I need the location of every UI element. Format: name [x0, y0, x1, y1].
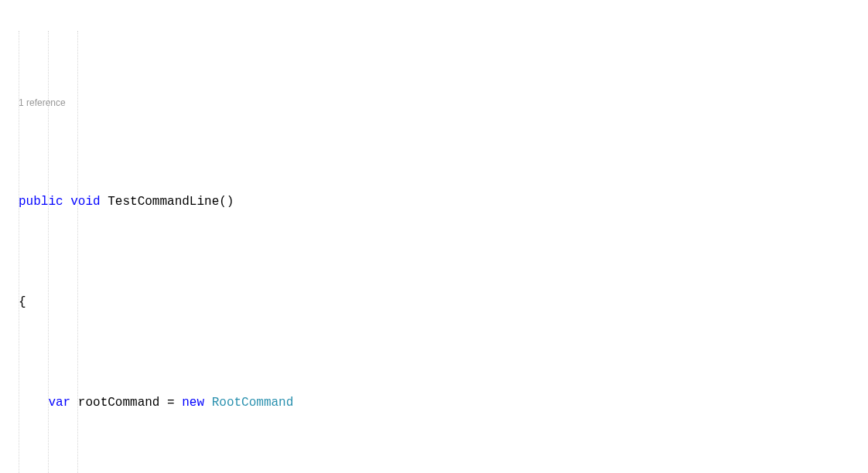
keyword-var: var: [48, 396, 70, 410]
code-line[interactable]: var rootCommand = new RootCommand: [19, 393, 868, 413]
keyword-void: void: [70, 195, 100, 209]
code-line[interactable]: {: [19, 292, 868, 312]
keyword-public: public: [19, 195, 63, 209]
identifier: rootCommand: [78, 396, 160, 410]
method-name: TestCommandLine: [108, 195, 219, 209]
parens: (): [219, 195, 234, 209]
indent: [19, 396, 48, 410]
keyword-new: new: [182, 396, 204, 410]
type-rootcommand: RootCommand: [212, 396, 294, 410]
brace-open: {: [19, 295, 26, 309]
code-editor[interactable]: 1 reference public void TestCommandLine(…: [0, 0, 868, 473]
code-line[interactable]: public void TestCommandLine(): [19, 192, 868, 212]
codelens-references[interactable]: 1 reference: [19, 96, 868, 110]
equals: =: [159, 396, 182, 410]
